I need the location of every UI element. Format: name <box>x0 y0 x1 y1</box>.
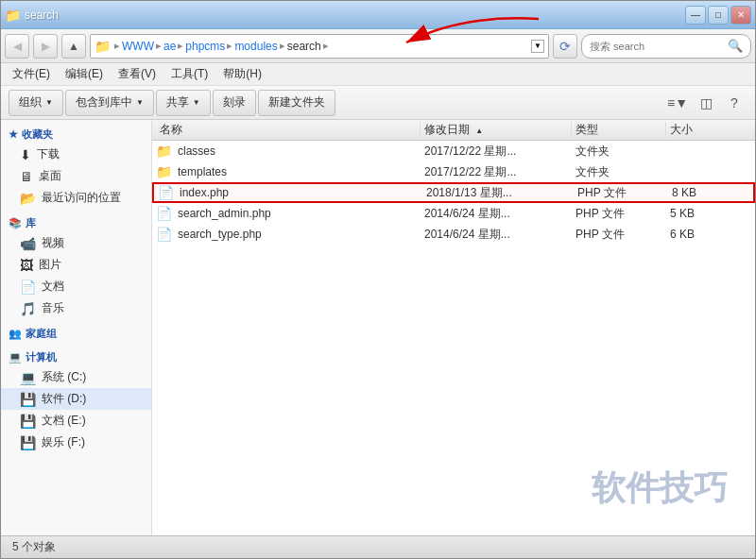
sidebar-item-video[interactable]: 📹 视频 <box>1 232 151 254</box>
include-button[interactable]: 包含到库中 ▼ <box>65 90 154 116</box>
col-size-header[interactable]: 大小 <box>666 122 742 138</box>
drive-e-label: 文档 (E:) <box>42 413 86 429</box>
burn-button[interactable]: 刻录 <box>213 90 256 116</box>
sidebar-item-desktop[interactable]: 🖥 桌面 <box>1 165 151 187</box>
view-toggle-button[interactable]: ≡▼ <box>664 90 691 116</box>
main-area: ★ 收藏夹 ⬇ 下载 🖥 桌面 📂 最近访问的位置 📚 <box>1 120 755 535</box>
drive-c-label: 系统 (C:) <box>42 369 86 385</box>
file-row-index-php[interactable]: 📄 index.php 2018/1/13 星期... PHP 文件 8 KB <box>152 182 755 203</box>
sidebar-item-drive-f[interactable]: 💾 娱乐 (F:) <box>1 432 151 453</box>
desktop-icon: 🖥 <box>20 169 33 184</box>
drive-d-icon: 💾 <box>20 392 36 407</box>
share-label: 共享 <box>166 94 189 110</box>
search-input[interactable] <box>590 41 724 52</box>
file-type-templates: 文件夹 <box>572 164 666 180</box>
folder-icon-classes: 📁 <box>156 144 172 159</box>
sidebar-item-pictures[interactable]: 🖼 图片 <box>1 254 151 276</box>
favorites-icon: ★ <box>9 128 18 141</box>
docs-icon: 📄 <box>20 280 36 295</box>
search-icon[interactable]: 🔍 <box>728 39 743 53</box>
file-row-search-type[interactable]: 📄 search_type.php 2014/6/24 星期... PHP 文件… <box>152 224 755 245</box>
address-path: ▸ WWW ▸ ae ▸ phpcms ▸ modules ▸ search ▸ <box>114 40 527 53</box>
address-sep-2: ▸ <box>178 40 183 52</box>
share-button[interactable]: 共享 ▼ <box>156 90 211 116</box>
sidebar-item-drive-c[interactable]: 💻 系统 (C:) <box>1 366 151 388</box>
address-sep-3: ▸ <box>227 40 232 52</box>
sidebar-item-recent[interactable]: 📂 最近访问的位置 <box>1 187 151 209</box>
help-button[interactable]: ? <box>721 90 747 116</box>
file-name-search-admin: 📄 search_admin.php <box>156 206 421 221</box>
file-name-index-php: 📄 index.php <box>158 185 422 200</box>
file-row-search-admin[interactable]: 📄 search_admin.php 2014/6/24 星期... PHP 文… <box>152 203 755 224</box>
drive-e-icon: 💾 <box>20 414 36 429</box>
forward-button[interactable]: ▶ <box>33 34 58 59</box>
file-type-search-admin: PHP 文件 <box>572 206 666 222</box>
menu-help[interactable]: 帮助(H) <box>215 64 269 84</box>
refresh-button[interactable]: ⟳ <box>553 34 577 59</box>
file-row-templates[interactable]: 📁 templates 2017/12/22 星期... 文件夹 <box>152 161 755 182</box>
menu-tools[interactable]: 工具(T) <box>163 64 215 84</box>
up-button[interactable]: ▲ <box>61 34 86 59</box>
library-header[interactable]: 📚 库 <box>1 212 151 232</box>
organize-arrow: ▼ <box>45 98 53 107</box>
col-name-header[interactable]: 名称 <box>156 122 421 138</box>
computer-icon: 💻 <box>9 351 22 364</box>
address-sep-5: ▸ <box>323 40 329 52</box>
desktop-label: 桌面 <box>39 168 61 184</box>
drive-f-label: 娱乐 (F:) <box>42 434 85 450</box>
address-bar[interactable]: 📁 ▸ WWW ▸ ae ▸ phpcms ▸ modules ▸ search… <box>90 34 549 59</box>
download-icon: ⬇ <box>20 147 31 162</box>
menu-file[interactable]: 文件(E) <box>5 64 58 84</box>
maximize-button[interactable]: □ <box>708 6 729 25</box>
new-folder-button[interactable]: 新建文件夹 <box>258 90 335 116</box>
back-button[interactable]: ◀ <box>5 34 29 59</box>
title-bar: 📁 search — □ ✕ <box>1 1 755 29</box>
organize-button[interactable]: 组织 ▼ <box>9 90 63 116</box>
preview-pane-button[interactable]: ◫ <box>693 90 719 116</box>
file-size-search-admin: 5 KB <box>666 207 742 220</box>
sidebar-item-drive-d[interactable]: 💾 软件 (D:) <box>1 388 151 410</box>
file-size-search-type: 6 KB <box>666 228 742 241</box>
sidebar-item-drive-e[interactable]: 💾 文档 (E:) <box>1 410 151 432</box>
sidebar-item-download[interactable]: ⬇ 下载 <box>1 144 151 165</box>
file-type-search-type: PHP 文件 <box>572 227 666 243</box>
close-button[interactable]: ✕ <box>730 6 751 25</box>
file-name-templates: 📁 templates <box>156 164 421 179</box>
share-arrow: ▼ <box>193 98 200 107</box>
content-area: 名称 修改日期 ▲ 类型 大小 📁 classes 2017/12/22 星期.… <box>152 120 755 535</box>
sidebar-item-music[interactable]: 🎵 音乐 <box>1 297 151 319</box>
docs-label: 文档 <box>42 279 64 295</box>
computer-label: 计算机 <box>26 350 57 364</box>
recent-icon: 📂 <box>20 191 36 206</box>
address-segment-ae[interactable]: ae <box>163 40 176 53</box>
address-current: search <box>287 40 321 53</box>
computer-section: 💻 计算机 💻 系统 (C:) 💾 软件 (D:) 💾 文档 (E:) 💾 <box>1 347 151 453</box>
file-row-classes[interactable]: 📁 classes 2017/12/22 星期... 文件夹 <box>152 141 755 161</box>
sort-triangle: ▲ <box>475 127 483 135</box>
search-bar[interactable]: 🔍 <box>581 34 751 59</box>
library-section: 📚 库 📹 视频 🖼 图片 📄 文档 🎵 音乐 <box>1 212 151 319</box>
video-icon: 📹 <box>20 236 36 251</box>
menu-view[interactable]: 查看(V) <box>111 64 163 84</box>
pictures-label: 图片 <box>39 257 61 273</box>
address-segment-www[interactable]: WWW <box>122 40 154 53</box>
col-date-header[interactable]: 修改日期 ▲ <box>421 122 572 138</box>
file-type-index-php: PHP 文件 <box>574 185 668 201</box>
homegroup-header[interactable]: 👥 家庭组 <box>1 323 151 343</box>
minimize-button[interactable]: — <box>685 6 706 25</box>
sidebar-item-docs[interactable]: 📄 文档 <box>1 276 151 297</box>
favorites-section: ★ 收藏夹 ⬇ 下载 🖥 桌面 📂 最近访问的位置 <box>1 124 151 209</box>
address-dropdown[interactable]: ▼ <box>531 40 544 53</box>
music-icon: 🎵 <box>20 301 36 316</box>
include-arrow: ▼ <box>136 98 144 107</box>
favorites-header[interactable]: ★ 收藏夹 <box>1 124 151 144</box>
col-type-header[interactable]: 类型 <box>572 122 666 138</box>
address-segment-phpcms[interactable]: phpcms <box>185 40 225 53</box>
title-bar-left: 📁 search <box>5 8 59 23</box>
explorer-window: 📁 search — □ ✕ ◀ ▶ ▲ 📁 ▸ WWW ▸ ae ▸ phpc… <box>0 0 756 559</box>
computer-header[interactable]: 💻 计算机 <box>1 347 151 366</box>
navigation-bar: ◀ ▶ ▲ 📁 ▸ WWW ▸ ae ▸ phpcms ▸ modules ▸ … <box>1 29 755 63</box>
address-segment-modules[interactable]: modules <box>234 40 277 53</box>
video-label: 视频 <box>42 235 64 251</box>
menu-edit[interactable]: 编辑(E) <box>58 64 111 84</box>
